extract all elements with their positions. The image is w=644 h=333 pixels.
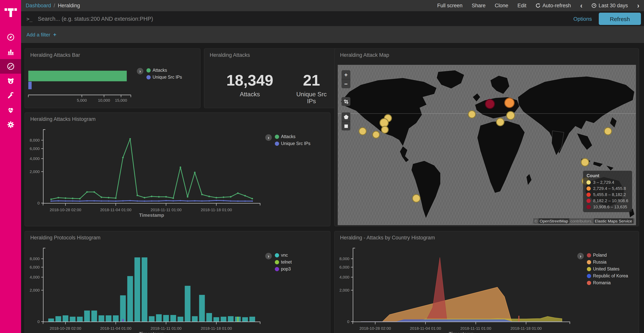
svg-text:2018-11-11 01:00: 2018-11-11 01:00 (460, 326, 491, 330)
chart-legend: ›PolandRussiaUnited StatesRepublic of Ko… (577, 253, 628, 285)
sidebar-item-dashboard[interactable] (0, 59, 21, 74)
panel-heralding-attacks-bar: Heralding Attacks Bar 5,00010,00015,000 … (24, 48, 200, 108)
metric-unique-src-ips: 21 Unique Src IPs (292, 73, 332, 105)
crop-tool-button[interactable] (342, 97, 350, 106)
openstreetmap-link[interactable]: OpenStreetMap (538, 218, 569, 224)
sidebar-item-management[interactable] (0, 117, 21, 132)
legend-item-russia[interactable]: Russia (587, 260, 628, 264)
breadcrumb-dashboard-link[interactable]: Dashboard (26, 3, 51, 9)
t-mobile-logo[interactable] (0, 0, 21, 25)
legend-item-unique-src-ips[interactable]: Unique Src IPs (146, 75, 182, 79)
legend-expand-icon[interactable]: › (265, 134, 272, 141)
zoom-out-button[interactable]: − (342, 79, 350, 88)
svg-text:2018-11-18 01:00: 2018-11-18 01:00 (510, 326, 542, 330)
sidebar-item-dev-tools[interactable] (0, 88, 21, 103)
svg-text:2,000: 2,000 (30, 169, 40, 174)
svg-text:4,000: 4,000 (340, 275, 350, 279)
options-link[interactable]: Options (574, 16, 592, 22)
sidebar-item-monitoring[interactable] (0, 103, 21, 117)
sidebar-item-tpot-bear[interactable] (0, 74, 21, 88)
legend-item-poland[interactable]: Poland (587, 253, 628, 257)
legend-item-pop3[interactable]: pop3 (275, 267, 292, 271)
time-range-button[interactable]: Last 30 days (592, 3, 628, 9)
time-range-forward-button[interactable]: › (637, 2, 640, 9)
svg-text:2018-11-18 01:00: 2018-11-18 01:00 (201, 326, 232, 330)
panel-heralding-attacks-metric: Heralding Attacks 18,349 Attacks 21 Uniq… (204, 48, 352, 108)
svg-text:8,000: 8,000 (30, 138, 40, 142)
map-legend-range: 5,455.8 – 8,182.2 (587, 192, 628, 197)
map-legend-rows: 3 – 2,729.42,729.4 – 5,455.85,455.8 – 8,… (587, 180, 628, 209)
svg-text:4,000: 4,000 (30, 156, 40, 161)
map-legend-range: 2,729.4 – 5,455.8 (587, 186, 628, 191)
sidebar (0, 0, 21, 333)
crop-icon (343, 99, 349, 104)
zoom-in-button[interactable]: + (342, 70, 350, 79)
metric-attacks: 18,349 Attacks (226, 73, 273, 98)
svg-text:2,000: 2,000 (340, 288, 350, 292)
refresh-button[interactable]: Refresh (599, 13, 641, 25)
legend-item-unique-src-ips[interactable]: Unique Src IPs (275, 141, 310, 146)
time-range-back-button[interactable]: ‹ (580, 2, 582, 9)
legend-label: Republic of Korea (593, 273, 628, 278)
legend-expand-icon[interactable]: › (265, 253, 272, 259)
chart-legend: ›vnctelnetpop3 (265, 253, 292, 271)
legend-item-attacks[interactable]: Attacks (146, 68, 182, 73)
svg-text:4,000: 4,000 (30, 275, 40, 279)
svg-text:15,000: 15,000 (115, 98, 127, 102)
panel-heralding-protocols-histogram: Heralding Protocols Histogram 02,0004,00… (24, 231, 330, 333)
sidebar-item-visualize[interactable] (0, 45, 21, 59)
map-draw-controls (342, 112, 350, 130)
auto-refresh-label: Auto-refresh (542, 3, 571, 9)
legend-color-dot (587, 186, 591, 190)
legend-expand-icon[interactable]: › (137, 68, 143, 74)
legend-item-united-states[interactable]: United States (587, 267, 628, 271)
legend-item-vnc[interactable]: vnc (275, 253, 292, 257)
legend-item-romania[interactable]: Romania (587, 280, 628, 285)
legend-color-dot (587, 199, 591, 203)
share-button[interactable]: Share (472, 3, 486, 9)
legend-color-dot (587, 260, 591, 264)
attack-map-point (506, 111, 515, 120)
svg-text:0: 0 (38, 319, 40, 324)
world-map[interactable]: + − (338, 65, 636, 225)
svg-text:8,000: 8,000 (30, 256, 40, 261)
full-screen-button[interactable]: Full screen (437, 3, 462, 9)
map-legend-range-label: 5,455.8 – 8,182.2 (593, 192, 626, 197)
legend-label: pop3 (281, 267, 291, 271)
clock-icon (592, 3, 597, 8)
panel-title: Heralding Attacks Bar (30, 52, 80, 58)
sidebar-item-discover[interactable] (0, 30, 21, 45)
sidebar-nav (0, 30, 21, 132)
legend-item-telnet[interactable]: telnet (275, 260, 292, 264)
add-filter-link[interactable]: Add a filter + (26, 32, 56, 38)
search-input[interactable] (37, 15, 566, 22)
svg-text:10,000: 10,000 (98, 98, 110, 102)
map-zoom-controls: + − (342, 70, 350, 88)
legend-label: telnet (281, 260, 292, 264)
legend-label: Romania (593, 280, 611, 285)
clone-button[interactable]: Clone (495, 3, 508, 9)
elastic-maps-service-link[interactable]: Elastic Maps Service (594, 218, 633, 224)
panel-title: Heralding Attacks (210, 52, 250, 58)
svg-text:2018-10-28 02:00: 2018-10-28 02:00 (50, 208, 81, 212)
legend-item-attacks[interactable]: Attacks (275, 134, 310, 139)
legend-color-dot (587, 180, 591, 184)
breadcrumb-separator: / (54, 3, 55, 9)
legend-item-republic-of-korea[interactable]: Republic of Korea (587, 273, 628, 278)
svg-text:6,000: 6,000 (30, 265, 40, 269)
metric-label: Unique Src IPs (292, 91, 332, 105)
time-range-label: Last 30 days (598, 3, 628, 9)
svg-text:8,000: 8,000 (340, 256, 350, 261)
rectangle-tool-button[interactable] (342, 121, 350, 130)
svg-text:2018-11-11 01:00: 2018-11-11 01:00 (151, 326, 182, 330)
edit-button[interactable]: Edit (518, 3, 526, 9)
polygon-tool-button[interactable] (342, 112, 350, 121)
auto-refresh-button[interactable]: Auto-refresh (536, 3, 571, 9)
svg-text:2018-11-04 01:00: 2018-11-04 01:00 (410, 326, 441, 330)
svg-text:6,000: 6,000 (30, 146, 40, 151)
svg-text:0: 0 (347, 319, 350, 324)
attack-map-point (604, 127, 612, 135)
map-count-legend: Count 3 – 2,729.42,729.4 – 5,455.85,455.… (583, 171, 632, 212)
legend-color-dot (587, 274, 591, 278)
legend-expand-icon[interactable]: › (577, 253, 584, 259)
